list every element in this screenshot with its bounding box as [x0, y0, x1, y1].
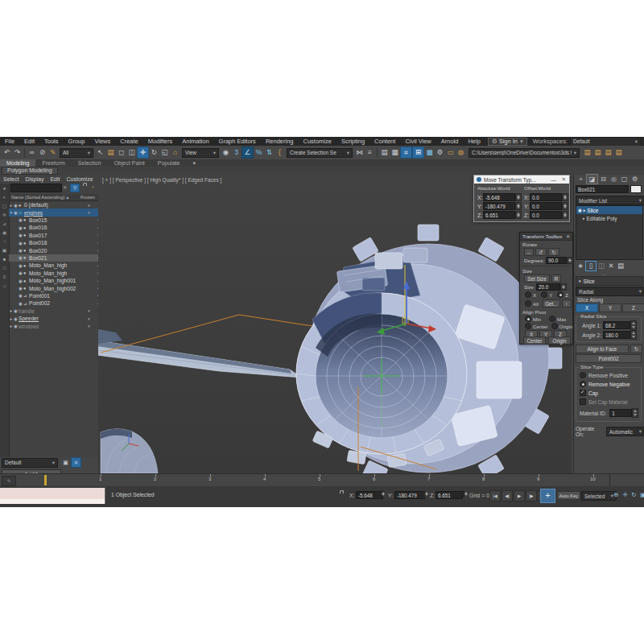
select-and-link-icon[interactable]: ∞: [27, 147, 37, 158]
modifier-list-dropdown[interactable]: Modifier List▾: [576, 196, 644, 205]
save-scene-icon[interactable]: ▤: [592, 147, 603, 158]
menu-help[interactable]: Help: [463, 138, 485, 145]
slice-rollout-header[interactable]: ▾ Slice: [576, 276, 643, 286]
remove-modifier-icon[interactable]: ✕: [606, 262, 616, 270]
layer-manager-icon[interactable]: ▤: [379, 147, 390, 158]
absolute-y-field[interactable]: -180.479: [483, 202, 515, 210]
frozen-toggle[interactable]: ●: [88, 308, 90, 313]
y-coordinate-field[interactable]: -180.479: [394, 491, 425, 499]
schematic-view-icon[interactable]: ⊞: [412, 147, 424, 159]
tree-row-label[interactable]: Point001: [29, 293, 50, 299]
minimize-icon[interactable]: —: [551, 177, 557, 183]
object-name-field[interactable]: Box021: [576, 185, 629, 193]
modify-tab-icon[interactable]: ◪: [586, 174, 598, 184]
align-to-face-button[interactable]: Align to Face: [576, 345, 629, 353]
auto-key-button[interactable]: Auto Key: [557, 491, 580, 500]
z-coordinate-field[interactable]: 6.651: [436, 491, 463, 499]
maximize-viewport-icon[interactable]: ▣: [638, 490, 644, 499]
tree-row[interactable]: ◉ ● Moto_Man_high002 ●: [9, 284, 99, 291]
explorer-toolbar-icon[interactable]: ✛: [1, 212, 8, 219]
point-pick-button[interactable]: Point002: [576, 354, 642, 363]
curve-editor-icon[interactable]: ⌗: [400, 147, 412, 159]
menu-customize[interactable]: Customize: [298, 138, 336, 145]
operate-on-dropdown[interactable]: Automatic▾: [606, 427, 644, 436]
expand-icon[interactable]: ▸: [584, 208, 586, 213]
menu-group[interactable]: Group: [64, 138, 90, 145]
hierarchy-tab-icon[interactable]: ⊟: [598, 175, 609, 184]
select-and-scale-icon[interactable]: ◱: [159, 147, 170, 158]
tab-object-paint[interactable]: Object Paint: [108, 159, 151, 167]
time-slider-marker[interactable]: [44, 475, 47, 485]
unlink-selection-icon[interactable]: ⊘: [37, 147, 47, 158]
y-radio[interactable]: [541, 291, 547, 298]
menu-graph-editors[interactable]: Graph Editors: [214, 138, 261, 145]
play-icon[interactable]: ▶: [514, 490, 525, 502]
tree-row[interactable]: ▸ ◉ ● 0 (default) ●: [9, 201, 98, 208]
render-icon[interactable]: ◍: [456, 147, 466, 158]
offset-x-field[interactable]: 0.0: [530, 193, 562, 201]
select-and-place-icon[interactable]: ⌂: [170, 147, 180, 158]
speeder-ski-object[interactable]: [98, 329, 301, 378]
polygon-modeling-panel-tab[interactable]: Polygon Modeling: [2, 167, 58, 175]
named-selection-icon[interactable]: {: [275, 147, 285, 158]
tree-row-label[interactable]: engines: [24, 210, 43, 216]
select-object-icon[interactable]: ↖: [95, 147, 105, 158]
explorer-toolbar-icon[interactable]: ◐: [1, 194, 8, 201]
up-arrow-icon[interactable]: ↑: [562, 299, 572, 308]
tree-row-label[interactable]: Box021: [29, 255, 47, 261]
window-crossing-icon[interactable]: ◫: [126, 147, 137, 158]
tree-row-label[interactable]: Moto_Man_high001: [29, 278, 76, 283]
render-setup-icon[interactable]: ⚙: [435, 147, 445, 158]
tree-row-label[interactable]: windows: [19, 324, 39, 329]
name-column-header[interactable]: Name (Sorted Ascending): [11, 195, 64, 200]
ribbon-toggle-icon[interactable]: ▦: [390, 147, 400, 158]
snap-toggle-3d-icon[interactable]: 3: [231, 147, 242, 158]
tab-modeling[interactable]: Modeling: [0, 159, 35, 167]
menu-civil-view[interactable]: Civil View: [400, 138, 436, 145]
menu-animation[interactable]: Animation: [177, 138, 213, 145]
cap-checkbox[interactable]: Cap: [580, 390, 598, 396]
tree-row-label[interactable]: Box015: [29, 217, 47, 223]
move-transform-type-in-dialog[interactable]: Move Transform Typ... — ✕ Absolute:World…: [473, 175, 570, 222]
frozen-toggle[interactable]: ●: [88, 210, 90, 215]
all-radio[interactable]: [525, 300, 531, 307]
frozen-toggle[interactable]: ●: [88, 324, 90, 328]
degrees-field[interactable]: 90.0: [546, 257, 567, 264]
show-end-result-icon[interactable]: ▯: [585, 261, 597, 271]
reference-coordinate-dropdown[interactable]: View▾: [182, 148, 219, 158]
expand-icon[interactable]: ▸: [583, 216, 585, 221]
select-and-move-icon[interactable]: ✛: [137, 147, 149, 159]
menu-modifiers[interactable]: Modifiers: [143, 138, 177, 145]
tree-row[interactable]: ◉ ● Moto_Man_high ●: [9, 270, 99, 277]
tree-row[interactable]: ▸ ◉ windows ●: [9, 322, 98, 329]
menu-rendering[interactable]: Rendering: [261, 138, 299, 145]
pin-stack-icon[interactable]: ∗: [576, 262, 585, 270]
ribbon-overflow-icon[interactable]: ▾: [186, 159, 202, 167]
spinner[interactable]: [560, 283, 567, 291]
explorer-toolbar-icon[interactable]: □: [1, 265, 8, 272]
selection-filter-dropdown[interactable]: All▾: [60, 148, 93, 158]
tree-row-label[interactable]: Speeder: [19, 316, 39, 321]
rendered-frame-icon[interactable]: ▭: [445, 147, 456, 158]
offset-z-field[interactable]: 0.0: [530, 211, 562, 219]
spinner[interactable]: [380, 490, 382, 497]
tree-row-label[interactable]: Box016: [29, 225, 47, 230]
rectangular-selection-icon[interactable]: ◻: [116, 147, 126, 158]
percent-snap-icon[interactable]: %: [254, 147, 264, 158]
explorer-toolbar-icon[interactable]: ≡: [1, 274, 8, 281]
tree-row[interactable]: ◉ ● Box020 ●: [9, 246, 99, 254]
tree-row[interactable]: ▸ ◉ Speeder ●: [9, 315, 98, 322]
spinner-snap-icon[interactable]: ⇅: [264, 147, 275, 158]
frozen-toggle[interactable]: ●: [88, 203, 90, 208]
go-to-start-icon[interactable]: |◀: [489, 490, 501, 502]
make-unique-icon[interactable]: ◫: [597, 262, 606, 270]
tab-freeform[interactable]: Freeform: [35, 159, 71, 167]
frozen-column-header[interactable]: Frozen: [80, 195, 95, 200]
explorer-toolbar-icon[interactable]: ○: [1, 238, 8, 246]
tree-row-label[interactable]: Box017: [29, 233, 47, 238]
rotate-ccw-icon[interactable]: ↺: [535, 248, 547, 256]
tree-row[interactable]: ◉ ⊿ Point002 ●: [9, 299, 99, 307]
x-coordinate-field[interactable]: -5.648: [356, 491, 383, 499]
utilities-tab-icon[interactable]: ⚙: [630, 175, 640, 184]
workspace-dropdown[interactable]: Default▾: [570, 137, 641, 147]
